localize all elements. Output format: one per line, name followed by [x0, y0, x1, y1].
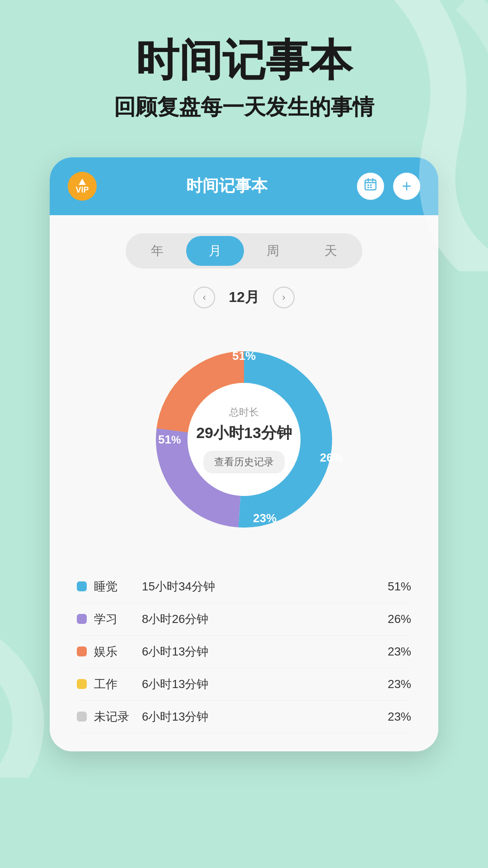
- add-button[interactable]: +: [393, 173, 420, 200]
- legend-pct-entertainment: 23%: [388, 645, 411, 659]
- legend-name-study: 学习: [94, 611, 135, 627]
- history-button[interactable]: 查看历史记录: [203, 451, 285, 473]
- next-month-button[interactable]: ›: [273, 287, 295, 308]
- legend-pct-sleep: 51%: [388, 580, 411, 594]
- legend-item-unrecorded: 未记录 6小时13分钟 23%: [77, 701, 411, 733]
- donut-center: 总时长 29小时13分钟 查看历史记录: [196, 406, 292, 473]
- legend-name-unrecorded: 未记录: [94, 709, 135, 725]
- prev-arrow-icon: ‹: [203, 292, 206, 303]
- purple-pct-value: 26%: [320, 451, 343, 464]
- tab-week[interactable]: 周: [244, 236, 302, 266]
- phone-wrapper: VIP 时间记事本: [0, 139, 488, 778]
- tab-day[interactable]: 天: [302, 236, 360, 266]
- legend-pct-study: 26%: [388, 612, 411, 626]
- current-month: 12月: [229, 288, 259, 307]
- calendar-button[interactable]: [357, 173, 384, 200]
- legend-dot-entertainment: [77, 646, 87, 656]
- legend-dot-sleep: [77, 581, 87, 591]
- tab-month[interactable]: 月: [186, 236, 244, 266]
- yellow-pct-value: 51%: [232, 349, 256, 363]
- plus-icon: +: [402, 177, 411, 196]
- period-tabs: 年 月 周 天: [126, 233, 362, 269]
- svg-rect-5: [370, 184, 372, 186]
- calendar-icon: [364, 178, 377, 194]
- app-content: 年 月 周 天 ‹ 12月 ›: [50, 215, 438, 751]
- legend-dot-study: [77, 614, 87, 624]
- purple-pct-label: 26%: [320, 451, 343, 465]
- phone-mockup: VIP 时间记事本: [50, 157, 438, 751]
- legend-time-study: 8小时26分钟: [142, 611, 380, 627]
- legend-item-study: 学习 8小时26分钟 26%: [77, 603, 411, 636]
- app-header: VIP 时间记事本: [50, 157, 438, 215]
- svg-rect-7: [370, 187, 372, 188]
- legend-dot-work: [77, 679, 87, 689]
- orange-pct-value: 23%: [253, 511, 277, 525]
- legend-time-entertainment: 6小时13分钟: [142, 644, 380, 660]
- donut-chart-container: 51% 51% 26% 23% 总时长 29小时13分钟 查看: [131, 326, 357, 552]
- legend-time-unrecorded: 6小时13分钟: [142, 709, 380, 725]
- vip-diamond-icon: [79, 179, 86, 185]
- legend-item-entertainment: 娱乐 6小时13分钟 23%: [77, 636, 411, 668]
- hero-subtitle: 回顾复盘每一天发生的事情: [27, 93, 461, 121]
- blue-pct-value: 51: [158, 432, 171, 446]
- legend-time-sleep: 15小时34分钟: [142, 579, 380, 594]
- header-actions: +: [357, 173, 420, 200]
- hero-title: 时间记事本: [27, 36, 461, 84]
- legend-time-work: 6小时13分钟: [142, 676, 380, 692]
- vip-badge[interactable]: VIP: [68, 172, 97, 201]
- legend-item-work: 工作 6小时13分钟 23%: [77, 668, 411, 701]
- prev-month-button[interactable]: ‹: [193, 287, 215, 308]
- month-navigation: ‹ 12月 ›: [68, 287, 420, 308]
- hero-section: 时间记事本 回顾复盘每一天发生的事情: [0, 0, 488, 139]
- next-arrow-icon: ›: [282, 292, 285, 303]
- app-header-title: 时间记事本: [186, 175, 267, 197]
- total-duration-value: 29小时13分钟: [196, 423, 292, 443]
- legend-pct-unrecorded: 23%: [388, 710, 411, 724]
- blue-pct-label: 51%: [158, 432, 181, 446]
- svg-rect-6: [367, 187, 369, 188]
- orange-pct-label: 23%: [253, 511, 277, 525]
- legend-name-entertainment: 娱乐: [94, 644, 135, 660]
- legend-pct-work: 23%: [388, 677, 411, 691]
- legend-dot-unrecorded: [77, 712, 87, 722]
- yellow-pct-label: 51%: [232, 349, 256, 363]
- legend: 睡觉 15小时34分钟 51% 学习 8小时26分钟 26% 娱乐 6小时13分…: [68, 571, 420, 733]
- svg-rect-4: [367, 184, 369, 186]
- tab-year[interactable]: 年: [128, 236, 186, 266]
- vip-label: VIP: [75, 186, 89, 194]
- legend-name-sleep: 睡觉: [94, 579, 135, 594]
- legend-item-sleep: 睡觉 15小时34分钟 51%: [77, 571, 411, 603]
- legend-name-work: 工作: [94, 676, 135, 692]
- total-duration-label: 总时长: [196, 406, 292, 419]
